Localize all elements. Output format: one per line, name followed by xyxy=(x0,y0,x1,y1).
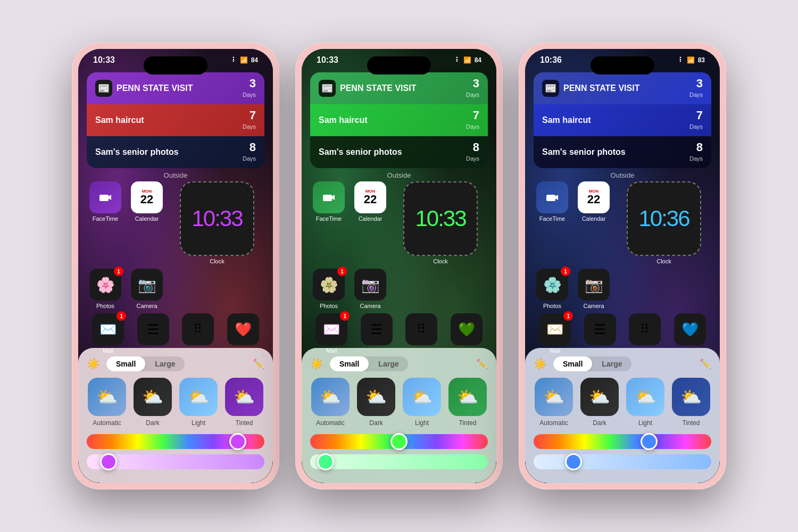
dark-icon-2: ⛅ xyxy=(357,378,395,416)
app-health-1[interactable]: ❤️ xyxy=(222,313,265,354)
brightness-slider-2[interactable] xyxy=(310,454,488,469)
size-toggle-1[interactable]: Small Large xyxy=(106,356,185,371)
app-camera-3[interactable]: 📷 Camera xyxy=(575,269,612,309)
app-photos-1[interactable]: 🌸 1 Photos xyxy=(87,269,124,309)
app-files-3[interactable]: ☰ xyxy=(579,313,622,354)
option-dark-3[interactable]: ⛅ Dark xyxy=(580,378,619,427)
option-auto-3[interactable]: ⛅ Automatic xyxy=(535,378,573,427)
tinted-icon-2: ⛅ xyxy=(448,378,487,416)
small-btn-2[interactable]: Small xyxy=(330,356,369,371)
clock-widget-3[interactable]: 10:36 xyxy=(627,181,701,256)
widget-days-label-2: Days xyxy=(466,92,479,98)
eyedropper-icon-1[interactable]: ✏️ xyxy=(253,358,264,370)
size-toggle-2[interactable]: Small Large xyxy=(330,356,408,371)
widget-photos-1[interactable]: Sam's senior photos 8 Days xyxy=(87,136,264,168)
app-camera-1[interactable]: 📷 Camera xyxy=(128,269,165,309)
phone-3-status-icons: ⠇ 📶 83 xyxy=(679,56,705,64)
phone-1-screen: 10:33 ⠇ 📶 84 📰 PENN STATE VISIT xyxy=(78,49,273,483)
small-btn-1[interactable]: Small xyxy=(106,356,145,371)
widget-penn-state-2[interactable]: 📰 PENN STATE VISIT 3 Days xyxy=(310,72,488,104)
large-btn-3[interactable]: Large xyxy=(592,356,631,371)
large-btn-2[interactable]: Large xyxy=(369,356,408,371)
bottom-panel-1: ☀️ Small Large ✏️ ⛅ Automatic xyxy=(78,348,273,483)
option-auto-1[interactable]: ⛅ Automatic xyxy=(88,378,126,427)
app-health-2[interactable]: ❤️ xyxy=(445,313,488,354)
app-calendar-1[interactable]: MON 22 Calendar xyxy=(128,181,165,222)
hue-handle-1[interactable] xyxy=(229,433,246,450)
widget-haircut-1[interactable]: Sam haircut 7 Days xyxy=(87,104,264,136)
large-btn-1[interactable]: Large xyxy=(145,356,185,371)
clock-widget-2[interactable]: 10:33 xyxy=(403,181,478,256)
files-icon-2: ☰ xyxy=(361,313,393,345)
brightness-slider-1[interactable] xyxy=(87,454,264,469)
app-health-3[interactable]: ❤️ xyxy=(669,313,712,354)
app-files-1[interactable]: ☰ xyxy=(132,313,175,354)
light-icon-3: ⛅ xyxy=(626,378,664,416)
phone-3-status-bar: 10:36 ⠇ 📶 83 xyxy=(525,49,720,68)
eyedropper-icon-3[interactable]: ✏️ xyxy=(700,358,711,370)
clock-widget-1[interactable]: 10:33 xyxy=(180,181,254,256)
app-reminders-1[interactable]: ⠿ xyxy=(177,313,220,354)
hue-slider-1[interactable] xyxy=(87,434,264,449)
brightness-slider-3[interactable] xyxy=(534,454,711,469)
hue-slider-3[interactable] xyxy=(534,434,711,449)
widget-haircut-2[interactable]: Sam haircut 7 Days xyxy=(310,104,488,136)
app-camera-2[interactable]: 📷 Camera xyxy=(352,269,389,309)
app-clock-row-1: FaceTime MON 22 Calendar xyxy=(87,181,264,264)
hue-handle-2[interactable] xyxy=(390,433,408,450)
bottom-apps-3: ✉️ 1 Mail ☰ ⠿ xyxy=(534,313,711,354)
option-auto-2[interactable]: ⛅ Automatic xyxy=(311,378,350,427)
hue-handle-3[interactable] xyxy=(641,433,658,450)
widget-photos-2[interactable]: Sam's senior photos 8 Days xyxy=(310,136,488,168)
photos-row-2: 🌸 1 Photos 📷 Camera xyxy=(310,269,488,309)
brightness-handle-1[interactable] xyxy=(100,453,117,470)
widget-days-haircut-3: 7 Days xyxy=(689,110,703,131)
app-reminders-2[interactable]: ⠿ xyxy=(400,313,443,354)
widget-days-num-haircut-1: 7 xyxy=(243,110,256,121)
photos-badge-2: 1 xyxy=(337,267,347,276)
option-dark-2[interactable]: ⛅ Dark xyxy=(357,378,395,427)
app-calendar-2[interactable]: MON 22 Calendar xyxy=(352,181,389,222)
app-photos-2[interactable]: 🌸 1 Photos xyxy=(310,269,347,309)
app-facetime-1[interactable]: FaceTime xyxy=(87,181,124,222)
size-toggle-3[interactable]: Small Large xyxy=(553,356,631,371)
hue-slider-2[interactable] xyxy=(310,434,488,449)
small-btn-3[interactable]: Small xyxy=(553,356,592,371)
widget-penn-state-1[interactable]: 📰 PENN STATE VISIT 3 Days xyxy=(87,72,264,104)
eyedropper-icon-2[interactable]: ✏️ xyxy=(476,358,488,370)
widget-options-3: ⛅ Automatic ⛅ Dark ⛅ Light ⛅ xyxy=(534,378,711,427)
wifi-icon: 📶 xyxy=(240,56,248,64)
app-mail-1[interactable]: ✉️ 1 Mail xyxy=(87,313,130,354)
widget-days-num-haircut-3: 7 xyxy=(689,110,703,121)
app-reminders-3[interactable]: ⠿ xyxy=(624,313,667,354)
option-tinted-1[interactable]: ⛅ Tinted xyxy=(225,378,263,427)
app-photos-3[interactable]: 🌸 1 Photos xyxy=(534,269,571,309)
widget-days-haircut-2: 7 Days xyxy=(466,110,479,131)
option-tinted-3[interactable]: ⛅ Tinted xyxy=(672,378,710,427)
photos-row-3: 🌸 1 Photos 📷 Camera xyxy=(534,269,711,309)
option-light-3[interactable]: ⛅ Light xyxy=(626,378,664,427)
photos-icon-1: 🌸 1 xyxy=(89,269,121,301)
facetime-label-1: FaceTime xyxy=(93,215,119,222)
widget-photos-3[interactable]: Sam's senior photos 8 Days xyxy=(534,136,711,168)
option-light-2[interactable]: ⛅ Light xyxy=(403,378,441,427)
widget-penn-state-3[interactable]: 📰 PENN STATE VISIT 3 Days xyxy=(534,72,711,104)
app-mail-2[interactable]: ✉️ 1 Mail xyxy=(310,313,353,354)
app-files-2[interactable]: ☰ xyxy=(355,313,398,354)
option-dark-1[interactable]: ⛅ Dark xyxy=(134,378,172,427)
app-facetime-2[interactable]: FaceTime xyxy=(310,181,347,222)
option-light-1[interactable]: ⛅ Light xyxy=(179,378,218,427)
brightness-handle-3[interactable] xyxy=(565,453,582,470)
app-calendar-3[interactable]: MON 22 Calendar xyxy=(575,181,612,222)
phone-1-status-icons: ⠇ 📶 84 xyxy=(232,56,258,64)
widget-title-haircut-3: Sam haircut xyxy=(542,115,689,125)
phone-1-content: 📰 PENN STATE VISIT 3 Days Sam haircut 7 xyxy=(78,72,273,354)
photos-label-2: Photos xyxy=(320,303,338,309)
app-facetime-3[interactable]: FaceTime xyxy=(534,181,571,222)
phone-1: 10:33 ⠇ 📶 84 📰 PENN STATE VISIT xyxy=(72,43,279,489)
widget-haircut-3[interactable]: Sam haircut 7 Days xyxy=(534,104,711,136)
files-icon-1: ☰ xyxy=(137,313,169,345)
option-tinted-2[interactable]: ⛅ Tinted xyxy=(448,378,487,427)
app-mail-3[interactable]: ✉️ 1 Mail xyxy=(534,313,577,354)
brightness-handle-2[interactable] xyxy=(317,453,334,470)
